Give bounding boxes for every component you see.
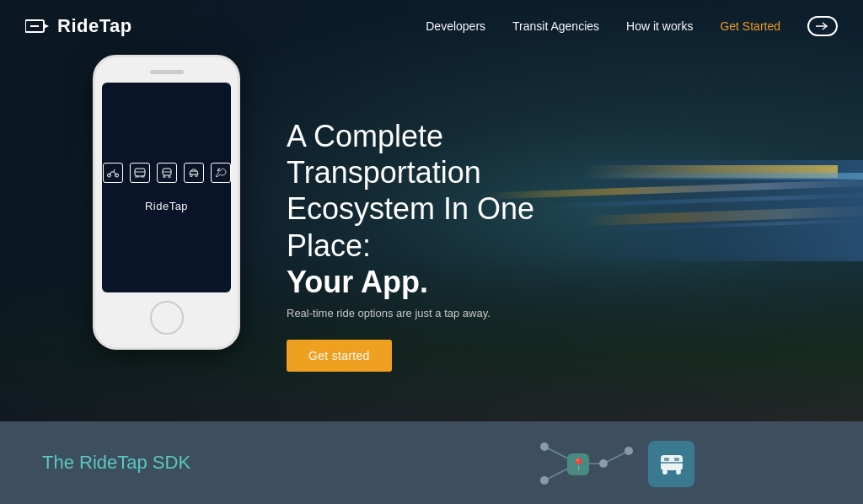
svg-rect-5 (135, 169, 145, 176)
nav-get-started[interactable]: Get Started (720, 19, 780, 33)
hero-title: A Complete Transportation Ecosystem In O… (287, 118, 607, 300)
hero-cta-button[interactable]: Get started (287, 340, 392, 372)
sdk-section: The RideTap SDK 📍 (0, 421, 863, 504)
navbar: RideTap Developers Transit Agencies How … (0, 0, 863, 51)
logo-text: RideTap (57, 15, 132, 37)
nav-transit-agencies[interactable]: Transit Agencies (512, 19, 599, 33)
svg-point-30 (676, 469, 681, 475)
logo[interactable]: RideTap (25, 15, 132, 37)
svg-point-23 (599, 459, 608, 468)
sdk-bus-node (648, 441, 694, 487)
phone-speaker (150, 70, 184, 74)
svg-point-22 (540, 476, 549, 485)
svg-point-16 (195, 174, 196, 176)
sdk-title: The RideTap SDK (42, 452, 190, 474)
phone-transport-icons (103, 163, 231, 183)
nav-arrow-button[interactable] (807, 16, 838, 36)
logo-icon (25, 17, 51, 35)
bike-icon (103, 163, 123, 183)
hero-content: A Complete Transportation Ecosystem In O… (287, 118, 607, 372)
sdk-bus-icon (659, 452, 684, 475)
hero-title-line1: A Complete Transportation (287, 119, 481, 190)
svg-point-24 (624, 447, 633, 455)
phone-screen: RideTap (102, 83, 231, 292)
wrench-icon (211, 163, 231, 183)
sdk-diagram: 📍 (532, 430, 694, 497)
svg-point-29 (662, 469, 667, 475)
arrow-right-icon (816, 22, 829, 30)
svg-rect-31 (664, 458, 669, 461)
hero-title-bold: Your App. (287, 265, 428, 299)
svg-point-15 (190, 174, 191, 176)
bus-icon (130, 163, 150, 183)
hero-section: RideTap Developers Transit Agencies How … (0, 0, 863, 421)
phone-brand-text: RideTap (145, 200, 188, 212)
svg-text:📍: 📍 (571, 458, 587, 472)
phone-frame: RideTap (93, 55, 240, 350)
nav-links: Developers Transit Agencies How it works… (426, 16, 838, 36)
hero-subtitle: Real-time ride options are just a tap aw… (287, 307, 607, 319)
nav-developers[interactable]: Developers (426, 19, 485, 33)
phone-mockup: RideTap (93, 55, 240, 350)
svg-point-21 (540, 442, 549, 451)
svg-point-7 (136, 176, 138, 179)
nav-how-it-works[interactable]: How it works (626, 19, 693, 33)
phone-home-button (150, 301, 184, 335)
svg-point-8 (142, 176, 144, 179)
svg-line-20 (603, 451, 629, 464)
car-icon (184, 163, 204, 183)
svg-point-12 (168, 176, 169, 178)
svg-point-11 (163, 176, 164, 178)
hero-title-line2: Ecosystem In One Place: (287, 191, 534, 262)
train-icon (157, 163, 177, 183)
svg-rect-32 (674, 458, 679, 461)
sdk-network-diagram: 📍 (532, 430, 633, 497)
